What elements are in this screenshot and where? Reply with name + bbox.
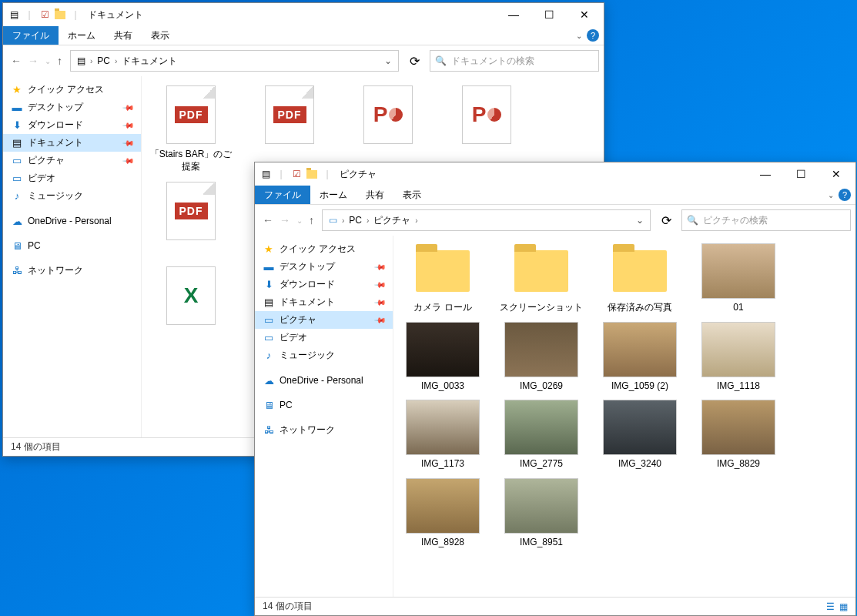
file-item[interactable]: IMG_0269: [500, 322, 583, 393]
sidebar-item-desktop[interactable]: ▬デスクトップ📌: [255, 258, 393, 276]
titlebar[interactable]: ▤ | ☑ | ピクチャ — ☐ ✕: [255, 162, 855, 186]
file-item[interactable]: PDF: [149, 180, 233, 257]
refresh-button[interactable]: ⟳: [403, 50, 425, 72]
sidebar-network[interactable]: 🖧ネットワーク: [255, 421, 393, 439]
file-item[interactable]: IMG_1059 (2): [598, 322, 681, 393]
ribbon-collapse-icon[interactable]: ⌄: [576, 32, 582, 40]
photo-thumbnail: [504, 478, 578, 534]
tab-home[interactable]: ホーム: [310, 186, 357, 204]
pin-icon: 📌: [122, 136, 135, 149]
file-item[interactable]: IMG_2775: [500, 400, 583, 470]
check-icon[interactable]: ☑: [38, 8, 51, 21]
cloud-icon: ☁: [263, 374, 275, 387]
bc-pc[interactable]: PC: [94, 55, 113, 66]
sidebar-item-pictures[interactable]: ▭ピクチャ📌: [3, 152, 141, 169]
file-item[interactable]: IMG_1173: [401, 400, 484, 470]
file-item[interactable]: P: [445, 84, 528, 172]
tab-view[interactable]: 表示: [393, 186, 430, 204]
bc-current[interactable]: ドキュメント: [119, 55, 180, 68]
search-input[interactable]: 🔍 ドキュメントの検索: [430, 50, 599, 72]
file-label: IMG_8829: [717, 458, 760, 470]
help-icon[interactable]: ?: [839, 189, 851, 201]
maximize-button[interactable]: ☐: [783, 162, 819, 186]
sidebar-pc[interactable]: 🖥PC: [3, 237, 141, 254]
sidebar-pc[interactable]: 🖥PC: [255, 397, 393, 413]
sidebar-quick-access[interactable]: ★クイック アクセス: [3, 81, 141, 99]
large-icons-view-icon[interactable]: ▦: [839, 601, 848, 612]
breadcrumb[interactable]: ▭ › PC › ピクチャ › ⌄: [322, 209, 651, 231]
up-button[interactable]: ↑: [57, 55, 62, 67]
recent-dropdown[interactable]: ⌄: [296, 216, 303, 225]
ribbon-collapse-icon[interactable]: ⌄: [828, 191, 834, 199]
sidebar-item-pictures[interactable]: ▭ピクチャ📌: [255, 311, 393, 329]
details-view-icon[interactable]: ☰: [826, 601, 835, 612]
tab-home[interactable]: ホーム: [59, 26, 105, 45]
bc-pc[interactable]: PC: [346, 215, 365, 226]
recent-dropdown[interactable]: ⌄: [45, 57, 51, 65]
help-icon[interactable]: ?: [587, 29, 599, 42]
window-controls: — ☐ ✕: [496, 3, 602, 26]
bc-root-icon[interactable]: ▤: [74, 55, 89, 66]
file-item[interactable]: X: [149, 265, 233, 330]
breadcrumb[interactable]: ▤ › PC › ドキュメント ⌄: [70, 50, 399, 72]
forward-button[interactable]: →: [28, 55, 38, 67]
bc-current[interactable]: ピクチャ: [370, 214, 413, 227]
sidebar-item-downloads[interactable]: ⬇ダウンロード📌: [255, 276, 393, 293]
content-pane[interactable]: カメラ ロールスクリーンショット保存済みの写真01IMG_0033IMG_026…: [393, 236, 855, 597]
network-icon: 🖧: [11, 265, 23, 277]
file-item[interactable]: 01: [697, 243, 780, 314]
file-item[interactable]: IMG_8829: [697, 400, 780, 470]
file-label: IMG_3240: [618, 458, 661, 470]
close-button[interactable]: ✕: [567, 3, 602, 26]
close-button[interactable]: ✕: [819, 162, 854, 186]
sidebar-item-documents[interactable]: ▤ドキュメント📌: [3, 134, 141, 152]
sidebar-item-music[interactable]: ♪ミュージック: [255, 346, 393, 364]
sidebar-item-music[interactable]: ♪ミュージック: [3, 187, 141, 205]
sidebar-item-videos[interactable]: ▭ビデオ: [3, 169, 141, 187]
file-item[interactable]: PDF: [248, 84, 331, 172]
back-button[interactable]: ←: [263, 214, 273, 226]
file-grid: カメラ ロールスクリーンショット保存済みの写真01IMG_0033IMG_026…: [401, 243, 848, 548]
chevron-right-icon: ›: [90, 57, 92, 65]
tab-share[interactable]: 共有: [357, 186, 393, 204]
file-item[interactable]: IMG_0033: [401, 322, 484, 393]
sidebar-item-label: ドキュメント: [280, 296, 335, 309]
sidebar-network[interactable]: 🖧ネットワーク: [3, 262, 141, 280]
file-item[interactable]: IMG_3240: [598, 400, 681, 470]
refresh-button[interactable]: ⟳: [655, 209, 677, 231]
path-dropdown-icon[interactable]: ⌄: [381, 55, 395, 66]
bc-root-icon[interactable]: ▭: [326, 215, 340, 226]
tab-file[interactable]: ファイル: [3, 26, 59, 45]
up-button[interactable]: ↑: [309, 214, 314, 226]
properties-icon[interactable]: ▤: [259, 168, 272, 180]
titlebar[interactable]: ▤ | ☑ | ドキュメント — ☐ ✕: [3, 3, 604, 26]
file-item[interactable]: PDF「Stairs BAR」のご提案: [149, 84, 233, 172]
file-item[interactable]: P: [346, 84, 430, 172]
path-dropdown-icon[interactable]: ⌄: [633, 215, 647, 226]
file-item[interactable]: IMG_8928: [401, 478, 484, 549]
file-item[interactable]: 保存済みの写真: [598, 243, 681, 314]
file-item[interactable]: カメラ ロール: [401, 243, 484, 314]
properties-icon[interactable]: ▤: [8, 8, 20, 21]
sidebar-item-videos[interactable]: ▭ビデオ: [255, 329, 393, 346]
maximize-button[interactable]: ☐: [531, 3, 567, 26]
tab-file[interactable]: ファイル: [255, 186, 310, 204]
chevron-right-icon: ›: [342, 216, 344, 225]
sidebar-onedrive[interactable]: ☁OneDrive - Personal: [3, 213, 141, 229]
sidebar-item-downloads[interactable]: ⬇ダウンロード📌: [3, 116, 141, 134]
file-item[interactable]: IMG_1118: [697, 322, 780, 393]
check-icon[interactable]: ☑: [290, 168, 303, 180]
sidebar-onedrive[interactable]: ☁OneDrive - Personal: [255, 372, 393, 389]
sidebar-item-desktop[interactable]: ▬デスクトップ📌: [3, 99, 141, 116]
file-item[interactable]: IMG_8951: [500, 478, 583, 549]
tab-share[interactable]: 共有: [105, 26, 142, 45]
tab-view[interactable]: 表示: [142, 26, 179, 45]
sidebar-item-documents[interactable]: ▤ドキュメント📌: [255, 293, 393, 311]
back-button[interactable]: ←: [11, 55, 22, 67]
sidebar-quick-access[interactable]: ★クイック アクセス: [255, 240, 393, 258]
forward-button[interactable]: →: [280, 214, 290, 226]
file-item[interactable]: スクリーンショット: [500, 243, 583, 314]
minimize-button[interactable]: —: [496, 3, 531, 26]
search-input[interactable]: 🔍 ピクチャの検索: [681, 209, 851, 231]
minimize-button[interactable]: —: [748, 162, 783, 186]
